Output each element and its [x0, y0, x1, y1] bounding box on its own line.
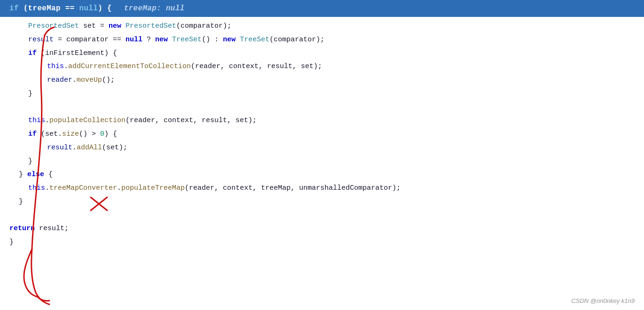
- code-line: return result;: [0, 222, 644, 236]
- code-line: if (inFirstElement) {: [0, 47, 644, 61]
- code-line: }: [0, 155, 644, 169]
- code-line-empty: [0, 101, 644, 115]
- code-line-empty: [0, 209, 644, 223]
- code-container: if (treeMap == null) { treeMap: null Pre…: [0, 0, 644, 310]
- code-line: reader.moveUp();: [0, 74, 644, 87]
- code-line: PresortedSet set = new PresortedSet(comp…: [0, 20, 644, 33]
- watermark-text: CSDN @nn0nkey k1n9: [571, 297, 635, 304]
- code-line: }: [0, 87, 644, 101]
- code-line: if (set.size() > 0) {: [0, 128, 644, 141]
- code-line: this.populateCollection(reader, context,…: [0, 114, 644, 128]
- code-line: this.addCurrentElementToCollection(reade…: [0, 60, 644, 74]
- code-line: this.treeMapConverter.populateTreeMap(re…: [0, 182, 644, 195]
- code-line: }: [0, 195, 644, 209]
- code-line: }: [0, 236, 644, 249]
- header-line: if (treeMap == null) { treeMap: null: [0, 0, 644, 17]
- code-body: PresortedSet set = new PresortedSet(comp…: [0, 17, 644, 252]
- code-line: } else {: [0, 168, 644, 182]
- code-line: result.addAll(set);: [0, 141, 644, 155]
- header-text: if (treeMap == null) { treeMap: null: [9, 4, 185, 13]
- code-line: result = comparator == null ? new TreeSe…: [0, 33, 644, 47]
